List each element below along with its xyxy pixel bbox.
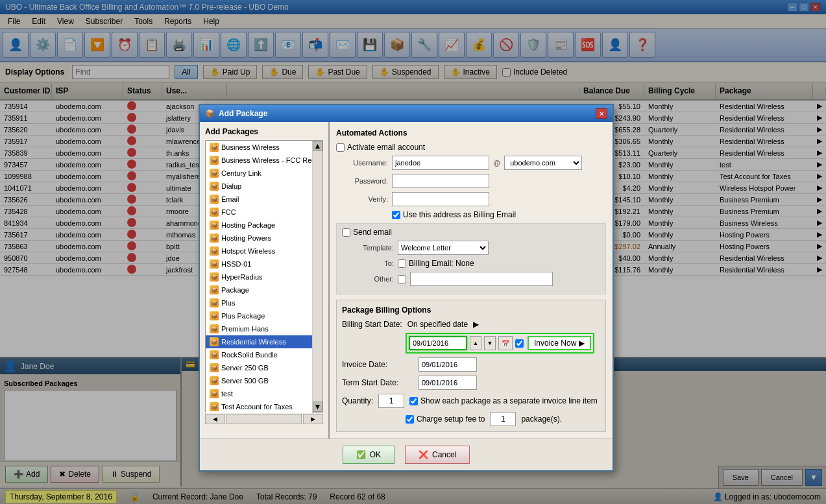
username-input[interactable] (392, 156, 489, 170)
pkg-item-plus-package[interactable]: 📦Plus Package (206, 309, 312, 322)
scrollbar-down[interactable]: ▼ (313, 402, 322, 412)
template-select[interactable]: Welcome Letter (398, 241, 489, 255)
billing-start-date-row: Billing Start Date: On specified date ▶ (342, 320, 600, 329)
password-input[interactable] (392, 174, 489, 188)
pkg-icon: 📦 (210, 298, 219, 307)
billing-email-checkbox[interactable] (392, 211, 400, 219)
scrollbar-up[interactable]: ▲ (313, 141, 322, 151)
dialog-footer: ✅ OK ❌ Cancel (200, 438, 613, 470)
send-email-row: Send email (342, 228, 600, 237)
billing-options-title: Package Billing Options (342, 306, 600, 315)
pkg-item-hotspot-wireless[interactable]: 📦Hotspot Wireless (206, 245, 312, 258)
term-start-input[interactable] (419, 376, 477, 390)
charge-setup-label[interactable]: Charge setup fee to (406, 414, 485, 424)
pkg-icon: 📦 (210, 221, 219, 230)
list-scroll-bar (226, 414, 302, 424)
pkg-item-test-account-taxes[interactable]: 📦Test Account for Taxes (206, 400, 312, 413)
activate-email-label[interactable]: Activate email account (336, 143, 425, 152)
pkg-item-package[interactable]: 📦Package (206, 283, 312, 296)
template-label: Template: (342, 244, 394, 252)
pkg-item-business-wireless[interactable]: 📦Business Wireless (206, 141, 312, 154)
dialog-title-bar: 📦 Add Package ✕ (200, 105, 613, 122)
show-separate-checkbox[interactable] (409, 397, 418, 405)
term-start-label: Term Start Date: (342, 378, 413, 387)
domain-select[interactable]: ubodemo.com (504, 156, 582, 170)
ok-button[interactable]: ✅ OK (343, 446, 395, 464)
charge-setup-checkbox[interactable] (406, 415, 414, 424)
billing-email-text: Billing Email: None (409, 259, 474, 268)
pkg-icon: 📦 (210, 324, 219, 333)
automated-actions-title: Automated Actions (336, 128, 606, 138)
calendar-btn[interactable]: 📅 (498, 336, 513, 350)
pkg-item-fcc[interactable]: 📦FCC (206, 206, 312, 219)
pkg-item-business-wireless-fcc[interactable]: 📦Business Wireless - FCC Regulato... (206, 154, 312, 167)
pkg-item-server500[interactable]: 📦Server 500 GB (206, 374, 312, 387)
billing-email-to-label[interactable]: Billing Email: None (398, 259, 474, 268)
pkg-icon: 📦 (210, 208, 219, 217)
pkg-icon: 📦 (210, 285, 219, 294)
pkg-item-hosting-package[interactable]: 📦Hosting Package (206, 219, 312, 232)
billing-email-checkbox-label[interactable]: Use this address as Billing Email (392, 210, 516, 219)
pkg-item-hosting-powers[interactable]: 📦Hosting Powers (206, 232, 312, 245)
pkg-icon: 📦 (210, 311, 219, 320)
pkg-icon: 📦 (210, 246, 219, 256)
show-separate-label[interactable]: Show each package as a separate invoice … (409, 396, 598, 405)
pkg-item-hyperradius[interactable]: 📦HyperRadius (206, 270, 312, 283)
date-up-btn[interactable]: ▲ (470, 336, 481, 350)
billing-on-specified: On specified date (407, 320, 468, 329)
invoice-date-input[interactable] (419, 357, 477, 372)
scrollbar-track (313, 151, 322, 402)
list-scroll-left[interactable]: ◀ (205, 414, 225, 424)
package-list-scrollbar[interactable]: ▲ ▼ (312, 141, 322, 412)
username-row: Username: @ ubodemo.com (336, 156, 606, 170)
activate-email-checkbox[interactable] (336, 143, 345, 152)
dialog-title-icon: 📦 (205, 109, 215, 118)
list-scroll-right[interactable]: ▶ (303, 414, 323, 424)
cancel-icon: ❌ (419, 450, 428, 459)
invoice-date-row: Invoice Date: (342, 357, 600, 372)
password-row: Password: (336, 174, 606, 188)
pkg-icon: 📦 (210, 156, 219, 165)
verify-input[interactable] (392, 192, 489, 206)
pkg-item-century-link[interactable]: 📦Century Link (206, 167, 312, 180)
dialog-cancel-button[interactable]: ❌ Cancel (405, 446, 470, 464)
billing-date-input[interactable] (409, 336, 467, 350)
dialog-close-button[interactable]: ✕ (596, 108, 607, 119)
date-down-btn[interactable]: ▼ (484, 336, 496, 350)
send-email-checkbox[interactable] (342, 228, 350, 237)
pkg-icon: 📦 (210, 350, 219, 359)
quantity-label: Quantity: (342, 396, 373, 405)
pkg-item-test[interactable]: 📦test (206, 387, 312, 400)
pkg-icon: 📦 (210, 195, 219, 204)
invoice-now-checkbox[interactable] (515, 339, 524, 348)
other-checkbox[interactable] (398, 275, 406, 283)
setup-fee-qty-input[interactable] (490, 412, 516, 426)
pkg-item-email[interactable]: 📦Email (206, 193, 312, 206)
quantity-input[interactable] (378, 394, 404, 408)
pkg-item-hssd01[interactable]: 📦HSSD-01 (206, 258, 312, 270)
date-group: ▲ ▼ 📅 Invoice Now ▶ (406, 333, 594, 354)
pkg-item-premium-hans[interactable]: 📦Premium Hans (206, 322, 312, 335)
pkg-item-rocksolid-bundle[interactable]: 📦RockSolid Bundle (206, 348, 312, 361)
dialog-right-panel: Automated Actions Activate email account… (330, 122, 613, 438)
invoice-now-button[interactable]: Invoice Now ▶ (528, 336, 591, 350)
charge-setup-row: Charge setup fee to package(s). (342, 412, 600, 426)
billing-email-to-checkbox[interactable] (398, 259, 406, 268)
term-start-row: Term Start Date: (342, 376, 600, 390)
billing-date-row: ▲ ▼ 📅 Invoice Now ▶ (342, 333, 600, 354)
pkg-icon: 📦 (210, 337, 219, 346)
ok-icon: ✅ (356, 450, 366, 459)
invoice-date-label: Invoice Date: (342, 360, 413, 369)
pkg-item-dialup[interactable]: 📦Dialup (206, 180, 312, 193)
username-label: Username: (336, 159, 388, 167)
pkg-item-server250[interactable]: 📦Server 250 GB (206, 361, 312, 374)
pkg-item-residential-wireless[interactable]: 📦Residential Wireless (206, 335, 312, 348)
pkg-item-plus[interactable]: 📦Plus (206, 296, 312, 309)
pkg-icon: 📦 (210, 402, 219, 411)
to-label: To: (342, 259, 394, 267)
billing-arrow-icon: ▶ (473, 320, 479, 329)
send-email-label[interactable]: Send email (342, 228, 392, 237)
package-list-scroll: 📦Business Wireless 📦Business Wireless - … (206, 141, 312, 413)
other-email-input[interactable] (410, 272, 553, 286)
package-list-title: Add Packages (205, 127, 323, 136)
